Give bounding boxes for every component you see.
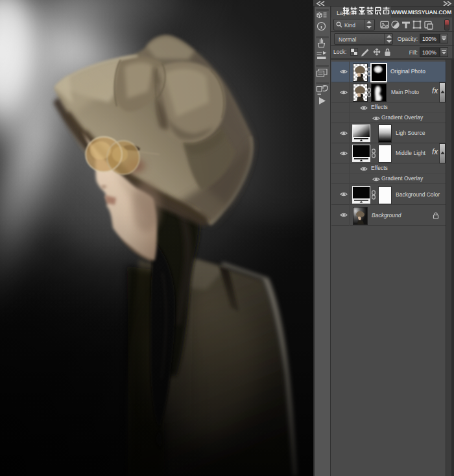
- svg-text:WWW.MISSYUAN.COM: WWW.MISSYUAN.COM: [391, 9, 451, 16]
